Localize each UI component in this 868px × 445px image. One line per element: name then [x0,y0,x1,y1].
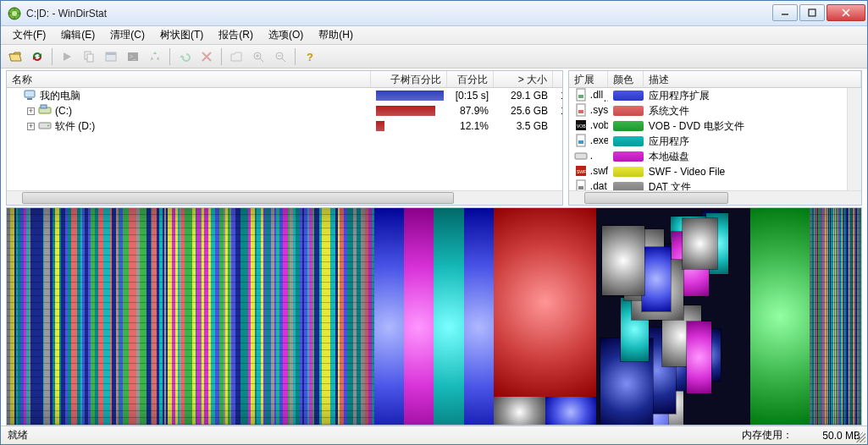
minimize-button[interactable] [772,4,798,21]
treemap-region[interactable] [494,208,596,397]
folder-open-icon [8,50,22,63]
tree-row[interactable]: 我的电脑[0:15 s]29.1 GB134,5...11 [7,88,562,103]
extension-pane: 扩展 颜色 描述 .dll应用程序扩展.sys系统文件VOB.vobVOB - … [568,70,862,206]
tree-rows[interactable]: 我的电脑[0:15 s]29.1 GB134,5...11+(C:)87.9%2… [7,88,562,190]
toolbar-separator [169,48,170,65]
items-cell: 2,230 [553,120,562,132]
treemap-region[interactable] [596,208,750,425]
svg-line-11 [260,58,263,62]
menu-edit[interactable]: 编辑(E) [54,26,102,44]
tree-row[interactable]: +软件 (D:)12.1%3.5 GB2,2302 [7,118,562,134]
col-name[interactable]: 名称 [7,71,371,87]
desc-cell: VOB - DVD 电影文件 [644,119,847,134]
resize-grip[interactable] [855,432,865,442]
color-cell [608,167,644,177]
scrollbar-thumb[interactable] [584,192,728,204]
ext-row[interactable]: .sys系统文件 [569,103,847,118]
col-ext[interactable]: 扩展 [569,71,608,87]
svg-text:VOB: VOB [577,124,586,129]
treemap-region[interactable] [810,208,861,425]
subtree-bar [371,106,447,116]
expand-toggle[interactable]: + [27,123,35,130]
row-icon [38,103,52,119]
x-icon [200,50,213,63]
svg-rect-3 [809,9,815,16]
treemap-region[interactable] [374,208,494,425]
treemap[interactable] [6,207,862,426]
ext-row[interactable]: .datDAT 文件 [569,179,847,190]
toolbar: >_ ? [1,45,867,69]
menu-treemap[interactable]: 树状图(T) [153,26,210,44]
ext-row[interactable]: .exe应用程序 [569,134,847,149]
menu-report[interactable]: 报告(R) [212,26,260,44]
row-name: 软件 (D:) [55,119,95,134]
explorer-icon [104,50,118,63]
svg-line-15 [282,58,285,62]
close-button[interactable] [827,4,865,21]
ext-cell: .sys [569,103,608,119]
ext-row[interactable]: .本地磁盘 [569,149,847,164]
desc-cell: 系统文件 [644,104,847,118]
ext-scrollbar-h[interactable] [569,190,861,205]
status-ready: 就绪 [8,428,28,442]
col-percent[interactable]: 百分比 [447,71,494,87]
tree-row[interactable]: +(C:)87.9%25.6 GB132,2...10 [7,103,562,118]
open-button[interactable] [6,47,25,66]
ext-row[interactable]: VOB.vobVOB - DVD 电影文件 [569,118,847,134]
zoom-out-icon [274,50,287,63]
svg-rect-31 [578,140,583,144]
expand-toggle[interactable]: + [27,107,35,115]
refresh-button[interactable] [28,47,47,66]
cmd-button: >_ [124,47,142,66]
row-name: (C:) [55,105,72,117]
ext-rows[interactable]: .dll应用程序扩展.sys系统文件VOB.vobVOB - DVD 电影文件.… [569,88,847,190]
menu-file[interactable]: 文件(F) [6,26,53,44]
tree-name-cell: 我的电脑 [7,88,371,104]
menu-cleanup[interactable]: 清理(C) [103,26,152,44]
ext-cell: .dat [569,179,608,191]
toolbar-separator [221,48,222,65]
row-icon [23,88,36,104]
svg-rect-18 [25,91,35,97]
treemap-region[interactable] [7,208,374,425]
ext-row[interactable]: SWF.swfSWF - Video File [569,164,847,179]
app-icon [8,7,21,20]
content-area: 名称 子树百分比 百分比 > 大小 项目 我的电脑[0:15 s]29.1 GB… [1,69,867,426]
color-cell [608,182,644,190]
tree-header-row: 名称 子树百分比 百分比 > 大小 项目 [7,71,562,88]
ext-cell: . [569,149,608,165]
refresh-icon [30,50,44,63]
items-cell: 132,2... [553,105,562,117]
menu-options[interactable]: 选项(O) [262,26,310,44]
treemap-region[interactable] [750,208,810,425]
svg-rect-27 [578,110,583,113]
ext-scrollbar-v[interactable] [847,88,861,190]
maximize-icon [808,8,816,17]
titlebar[interactable]: C:|D: - WinDirStat [1,1,867,26]
size-cell: 3.5 GB [494,120,553,132]
subtree-bar [371,121,447,131]
col-subtree[interactable]: 子树百分比 [371,71,447,87]
col-size[interactable]: > 大小 [494,71,553,87]
size-cell: 29.1 GB [494,90,553,102]
tree-scrollbar-h[interactable] [7,190,562,205]
ext-cell: SWF.swf [569,164,608,180]
zoom-in-icon [252,50,265,63]
svg-text:SWF: SWF [577,169,586,174]
ext-row[interactable]: .dll应用程序扩展 [569,88,847,103]
desc-cell: 本地磁盘 [644,150,847,164]
desc-cell: SWF - Video File [644,166,847,178]
row-icon [38,118,52,135]
help-button[interactable]: ? [301,47,319,66]
tree-name-cell: +软件 (D:) [7,118,371,135]
new-folder-button [227,47,246,66]
subtree-bar [371,91,447,101]
scrollbar-thumb[interactable] [22,192,454,204]
treemap-region[interactable] [494,397,596,425]
menu-help[interactable]: 帮助(H) [312,26,360,44]
col-desc[interactable]: 描述 [644,71,861,87]
explorer-button [102,47,120,66]
col-color[interactable]: 颜色 [608,71,644,87]
maximize-button[interactable] [799,4,825,21]
desc-cell: DAT 文件 [644,180,847,191]
